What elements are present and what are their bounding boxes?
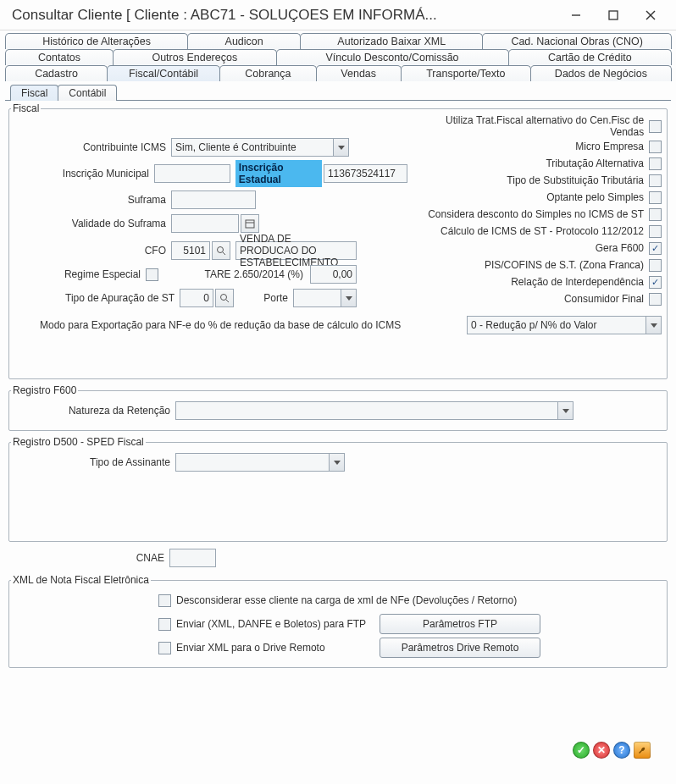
help-button[interactable]: ? xyxy=(613,742,630,759)
dropdown-modo-exportacao[interactable]: 0 - Redução p/ N% do Valor xyxy=(467,316,662,334)
tab-cadastro[interactable]: Cadastro xyxy=(5,65,108,81)
checkbox-relacao-interdep[interactable] xyxy=(649,276,662,289)
dropdown-natureza-retencao[interactable] xyxy=(175,401,573,420)
tab-cobranca[interactable]: Cobrança xyxy=(219,65,316,81)
checkbox-micro-empresa[interactable] xyxy=(649,141,662,153)
checkbox-consumidor-final[interactable] xyxy=(649,293,662,306)
label-tare: TARE 2.650/2014 (%) xyxy=(204,268,310,280)
chevron-down-icon xyxy=(329,454,344,471)
checkbox-enviar-drive[interactable] xyxy=(158,642,171,654)
wrench-icon xyxy=(637,745,647,755)
group-xml-nfe: XML de Nota Fiscal Eletrônica Desconside… xyxy=(8,574,668,668)
label-inscricao-estadual: Inscrição Estadual xyxy=(235,160,322,187)
tab-transporte-texto[interactable]: Transporte/Texto xyxy=(401,65,531,81)
legend-f600: Registro F600 xyxy=(11,384,78,396)
label-contribuinte-icms: Contribuinte ICMS xyxy=(14,141,171,153)
subtab-fiscal[interactable]: Fiscal xyxy=(10,85,58,101)
tab-autorizado-baixar-xml[interactable]: Autorizado Baixar XML xyxy=(300,33,483,49)
label-gera-f600: Gera F600 xyxy=(596,242,649,254)
checkbox-enviar-ftp[interactable] xyxy=(158,618,171,631)
input-inscricao-estadual[interactable]: 113673524117 xyxy=(324,164,407,183)
subtab-contabil[interactable]: Contábil xyxy=(58,85,117,101)
checkbox-calc-icms-st[interactable] xyxy=(649,225,662,238)
ok-button[interactable]: ✓ xyxy=(573,742,590,759)
tab-vendas[interactable]: Vendas xyxy=(316,65,402,81)
tab-vinculo-desconto-comissao[interactable]: Vínculo Desconto/Comissão xyxy=(276,49,509,65)
input-cfo-code[interactable]: 5101 xyxy=(171,241,210,260)
label-tributacao-alt: Tributação Alternativa xyxy=(546,157,649,169)
label-optante-simples: Optante pelo Simples xyxy=(546,191,649,203)
checkbox-trat-fiscal-alt[interactable] xyxy=(649,120,662,133)
svg-rect-4 xyxy=(246,220,254,228)
input-cnae[interactable] xyxy=(169,549,216,567)
checkbox-gera-f600[interactable] xyxy=(649,242,662,255)
checkbox-desconsiderar-nfe[interactable] xyxy=(158,594,171,607)
input-tipo-apuracao-st[interactable]: 0 xyxy=(180,289,213,307)
tab-fiscal-contabil[interactable]: Fiscal/Contábil xyxy=(107,65,220,81)
chevron-down-icon xyxy=(557,402,573,419)
dropdown-tipo-assinante[interactable] xyxy=(175,453,345,472)
svg-line-3 xyxy=(646,11,655,19)
legend-d500: Registro D500 - SPED Fiscal xyxy=(11,436,146,448)
checkbox-desc-simples-icms-st[interactable] xyxy=(649,208,662,221)
label-enviar-ftp: Enviar (XML, DANFE e Boletos) para FTP xyxy=(176,618,380,630)
checkbox-tipo-subst[interactable] xyxy=(649,174,662,187)
input-tare[interactable]: 0,00 xyxy=(310,265,357,284)
search-icon xyxy=(216,246,226,256)
close-icon: ✕ xyxy=(597,744,606,756)
tab-dados-negocios[interactable]: Dados de Negócios xyxy=(530,65,672,81)
calendar-icon xyxy=(245,218,255,229)
dropdown-porte[interactable] xyxy=(293,289,357,307)
legend-xml-nfe: XML de Nota Fiscal Eletrônica xyxy=(11,574,151,586)
label-consumidor-final: Consumidor Final xyxy=(564,293,649,305)
minimize-button[interactable] xyxy=(557,2,595,29)
button-parametros-ftp[interactable]: Parâmetros FTP xyxy=(380,614,540,634)
tab-contatos[interactable]: Contatos xyxy=(5,49,114,65)
tab-outros-enderecos[interactable]: Outros Endereços xyxy=(113,49,276,65)
lookup-tipo-apuracao-button[interactable] xyxy=(215,289,234,307)
checkbox-pis-cofins-st[interactable] xyxy=(649,259,662,272)
label-porte: Porte xyxy=(234,292,293,304)
label-natureza-retencao: Natureza da Retenção xyxy=(14,405,175,417)
svg-rect-1 xyxy=(609,11,618,19)
input-suframa[interactable] xyxy=(171,190,256,209)
value-contribuinte-icms: Sim, Cliente é Contribuinte xyxy=(175,141,296,153)
label-relacao-interdep: Relação de Interdependência xyxy=(511,276,649,288)
input-cfo-desc: VENDA DE PRODUCAO DO ESTABELECIMENTO xyxy=(235,241,357,260)
label-calc-icms-st: Cálculo de ICMS de ST - Protocolo 112/20… xyxy=(441,225,649,237)
svg-line-9 xyxy=(226,300,229,302)
footer-actions: ✓ ✕ ? xyxy=(573,742,651,759)
window-title: Consultar Cliente [ Cliente : ABC71 - SO… xyxy=(12,7,557,24)
cancel-button[interactable]: ✕ xyxy=(593,742,610,759)
label-enviar-drive: Enviar XML para o Drive Remoto xyxy=(176,642,380,654)
svg-line-7 xyxy=(223,252,225,255)
checkbox-tributacao-alt[interactable] xyxy=(649,157,662,170)
svg-point-6 xyxy=(218,247,224,253)
label-modo-exportacao: Modo para Exportação para NF-e do % de r… xyxy=(40,319,467,331)
lookup-cfo-button[interactable] xyxy=(212,241,230,260)
tab-cad-nacional-obras[interactable]: Cad. Nacional Obras (CNO) xyxy=(482,33,672,49)
question-icon: ? xyxy=(618,744,624,756)
tools-button[interactable] xyxy=(634,742,651,759)
group-registro-d500: Registro D500 - SPED Fiscal Tipo de Assi… xyxy=(8,436,668,542)
label-trat-fiscal-alt: Utiliza Trat.Fiscal alternativo do Cen.F… xyxy=(413,114,649,138)
checkbox-regime-especial[interactable] xyxy=(146,268,158,281)
label-tipo-subst: Tipo de Substituição Tributária xyxy=(507,174,649,186)
tab-historico-alteracoes[interactable]: Histórico de Alterações xyxy=(5,33,188,49)
checkbox-optante-simples[interactable] xyxy=(649,191,662,204)
dropdown-contribuinte-icms[interactable]: Sim, Cliente é Contribuinte xyxy=(171,138,349,157)
tab-cartao-credito[interactable]: Cartão de Crédito xyxy=(508,49,672,65)
label-desc-simples-icms-st: Considera desconto do Simples no ICMS de… xyxy=(428,208,649,220)
chevron-down-icon xyxy=(646,317,661,334)
label-tipo-assinante: Tipo de Assinante xyxy=(14,456,175,468)
input-validade-suframa[interactable] xyxy=(171,214,239,233)
button-parametros-drive[interactable]: Parâmetros Drive Remoto xyxy=(380,638,540,658)
group-registro-f600: Registro F600 Natureza da Retenção xyxy=(8,384,668,431)
close-button[interactable] xyxy=(632,2,669,29)
label-cnae: CNAE xyxy=(8,552,169,564)
calendar-button[interactable] xyxy=(241,214,259,233)
input-inscricao-municipal[interactable] xyxy=(154,164,230,183)
label-regime-especial: Regime Especial xyxy=(14,268,146,280)
maximize-button[interactable] xyxy=(595,2,632,29)
tab-audicon[interactable]: Audicon xyxy=(187,33,301,49)
